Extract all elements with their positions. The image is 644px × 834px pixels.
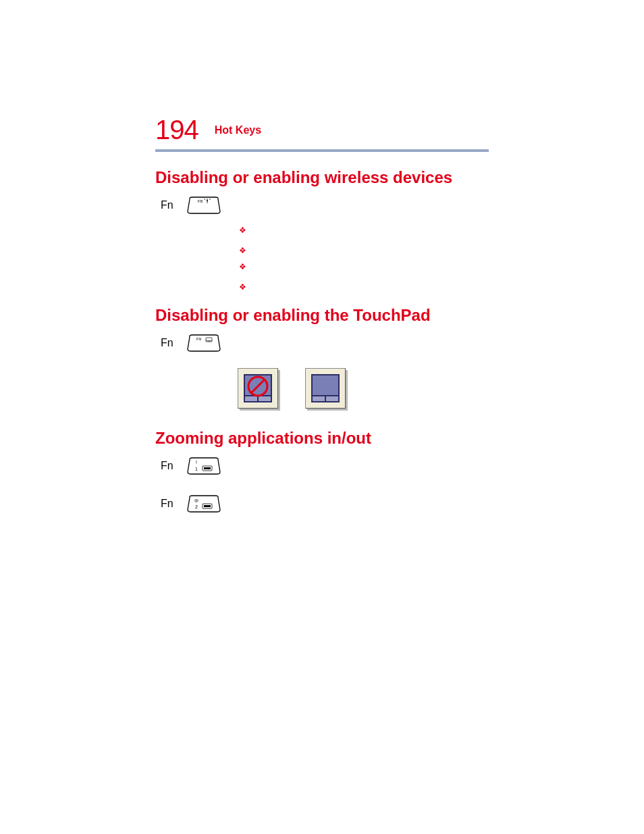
header-rule [155, 149, 489, 152]
svg-text:1: 1 [195, 467, 198, 471]
hotkey-row-zoom-out: Fn ! 1 [161, 457, 489, 475]
svg-rect-17 [204, 467, 211, 469]
diamond-bullet-icon: ❖ [239, 263, 489, 271]
fn-label: Fn [161, 337, 173, 349]
header-title: Hot Keys [215, 124, 261, 136]
f9-key-icon: F9 [187, 334, 221, 352]
hotkey-row-touchpad: Fn F9 [161, 334, 489, 352]
svg-rect-21 [204, 505, 211, 507]
diamond-bullet-icon: ❖ [239, 226, 489, 234]
svg-point-1 [207, 200, 208, 201]
one-key-icon: ! 1 [187, 457, 221, 475]
svg-text:2: 2 [195, 504, 198, 509]
svg-text:@: @ [194, 498, 198, 502]
wireless-bullet-list: ❖ ❖ ❖ ❖ [239, 226, 489, 291]
svg-text:!: ! [196, 460, 197, 465]
diamond-bullet-icon: ❖ [239, 246, 489, 255]
page-header: 194 Hot Keys [155, 115, 489, 145]
f8-key-icon: F8 [187, 197, 221, 214]
fn-label: Fn [161, 460, 173, 472]
hotkey-row-zoom-in: Fn @ 2 [161, 495, 489, 513]
two-key-icon: @ 2 [187, 495, 221, 513]
section-touchpad-heading: Disabling or enabling the TouchPad [155, 306, 489, 325]
touchpad-disabled-icon [238, 368, 278, 409]
svg-text:F8: F8 [198, 199, 203, 203]
page-number: 194 [155, 115, 198, 145]
touchpad-state-icons [238, 368, 489, 409]
hotkey-row-wireless: Fn F8 [161, 197, 489, 214]
diamond-bullet-icon: ❖ [239, 283, 489, 291]
fn-label: Fn [161, 498, 173, 510]
fn-label: Fn [161, 199, 173, 211]
touchpad-enabled-icon [305, 368, 346, 409]
section-wireless-heading: Disabling or enabling wireless devices [155, 168, 489, 187]
section-zoom-heading: Zooming applications in/out [155, 429, 489, 448]
svg-text:F9: F9 [196, 337, 202, 341]
